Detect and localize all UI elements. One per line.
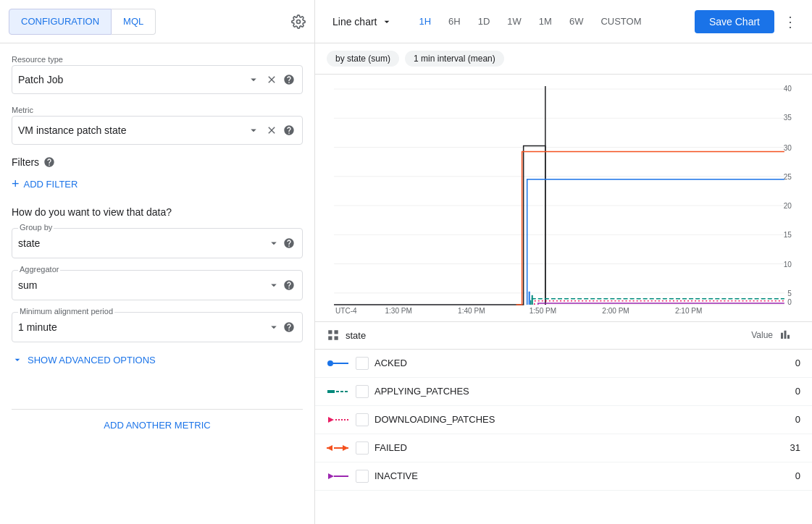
time-btn-6h[interactable]: 6H <box>440 12 469 31</box>
resource-type-field[interactable]: Patch Job <box>12 65 303 94</box>
resource-type-label: Resource type <box>12 55 303 64</box>
svg-text:1:30 PM: 1:30 PM <box>385 307 411 313</box>
metric-help[interactable] <box>282 123 296 138</box>
min-alignment-help[interactable] <box>282 320 296 334</box>
help-icon <box>283 124 295 136</box>
resource-type-dropdown[interactable] <box>246 72 261 88</box>
applying-patches-state-name: APPLYING_PATCHES <box>374 386 742 397</box>
group-by-dropdown[interactable] <box>266 235 282 251</box>
view-data-question: How do you want to view that data? <box>12 206 303 218</box>
settings-button[interactable] <box>291 14 306 29</box>
applying-patches-value: 0 <box>742 386 800 397</box>
left-configuration-panel: Resource type Patch Job Metric <box>0 43 315 524</box>
inactive-line-icon <box>327 472 350 481</box>
filter-chip-interval[interactable]: 1 min interval (mean) <box>405 51 504 67</box>
help-icon <box>283 279 295 291</box>
group-by-label: Group by <box>18 223 54 232</box>
svg-rect-30 <box>327 390 335 393</box>
chart-type-button[interactable]: Line chart <box>327 12 398 32</box>
aggregator-value: sum <box>18 279 266 291</box>
legend-row-inactive: INACTIVE 0 <box>315 462 812 491</box>
filters-label: Filters <box>12 156 39 168</box>
add-metric-button[interactable]: ADD ANOTHER METRIC <box>104 420 210 431</box>
save-chart-button[interactable]: Save Chart <box>695 10 774 33</box>
dropdown-icon <box>267 237 280 250</box>
metric-value: VM instance patch state <box>18 124 246 136</box>
dropdown-arrow-icon <box>381 16 393 28</box>
legend-value-col-label: Value <box>715 330 773 340</box>
tab-configuration[interactable]: CONFIGURATION <box>9 9 112 35</box>
add-filter-label: ADD FILTER <box>24 179 78 190</box>
downloading-patches-checkbox[interactable] <box>356 413 369 426</box>
svg-marker-37 <box>343 445 348 451</box>
svg-point-28 <box>327 360 333 366</box>
chevron-down-icon <box>12 354 23 365</box>
add-filter-button[interactable]: + ADD FILTER <box>12 177 78 192</box>
svg-text:2:10 PM: 2:10 PM <box>675 307 702 313</box>
show-advanced-button[interactable]: SHOW ADVANCED OPTIONS <box>12 354 156 365</box>
dropdown-icon <box>267 279 280 292</box>
acked-state-name: ACKED <box>374 358 742 368</box>
group-by-value: state <box>18 237 266 249</box>
legend-state-col-label: state <box>346 330 366 341</box>
filters-row: Filters <box>12 156 303 168</box>
svg-text:20: 20 <box>784 202 792 210</box>
applying-patches-checkbox[interactable] <box>356 385 369 398</box>
time-btn-1h[interactable]: 1H <box>410 12 440 31</box>
svg-text:10: 10 <box>784 261 792 269</box>
resource-type-help[interactable] <box>282 72 296 87</box>
more-options-button[interactable]: ⋮ <box>780 10 800 33</box>
dropdown-icon <box>247 73 260 86</box>
time-btn-1d[interactable]: 1D <box>469 12 499 31</box>
time-range-selector: 1H 6H 1D 1W 1M 6W CUSTOM <box>410 12 650 31</box>
svg-text:25: 25 <box>784 173 792 181</box>
acked-line-icon <box>327 359 350 368</box>
filter-chip-state[interactable]: by state (sum) <box>327 51 399 67</box>
failed-line-icon <box>327 444 350 452</box>
time-btn-6w[interactable]: 6W <box>561 12 593 31</box>
inactive-checkbox[interactable] <box>356 470 369 483</box>
downloading-patches-state-name: DOWNLOADING_PATCHES <box>374 414 742 425</box>
help-icon <box>283 237 295 249</box>
time-btn-1w[interactable]: 1W <box>498 12 530 31</box>
dropdown-icon <box>247 124 260 137</box>
applying-patches-line-icon <box>327 387 350 396</box>
failed-checkbox[interactable] <box>356 441 369 455</box>
clear-icon <box>266 74 277 85</box>
group-by-help[interactable] <box>282 236 296 250</box>
svg-text:UTC-4: UTC-4 <box>335 307 357 313</box>
help-icon <box>283 321 295 333</box>
resource-type-clear[interactable] <box>264 72 279 87</box>
grid-icon <box>327 329 340 342</box>
metric-clear[interactable] <box>264 123 279 138</box>
legend-row-acked: ACKED 0 <box>315 350 812 378</box>
metric-dropdown[interactable] <box>246 122 261 138</box>
legend-row-downloading-patches: DOWNLOADING_PATCHES 0 <box>315 406 812 434</box>
acked-checkbox[interactable] <box>356 357 369 370</box>
aggregator-label: Aggregator <box>18 265 60 274</box>
inactive-state-name: INACTIVE <box>374 470 742 481</box>
gear-icon <box>291 14 306 29</box>
failed-value: 31 <box>742 442 800 453</box>
min-alignment-label: Minimum alignment period <box>18 307 114 316</box>
metric-field[interactable]: VM instance patch state <box>12 116 303 145</box>
min-alignment-field: Minimum alignment period 1 minute <box>12 312 303 342</box>
svg-text:40: 40 <box>784 85 792 93</box>
min-alignment-dropdown[interactable] <box>266 319 282 335</box>
tab-mql[interactable]: MQL <box>112 9 156 35</box>
line-chart: 40 35 30 25 20 15 10 5 0 UT <box>327 80 800 313</box>
filters-help-icon[interactable] <box>43 156 55 168</box>
svg-text:2:00 PM: 2:00 PM <box>602 307 629 313</box>
right-chart-panel: by state (sum) 1 min interval (mean) 40 … <box>315 43 812 524</box>
svg-text:1:40 PM: 1:40 PM <box>458 307 485 313</box>
time-btn-custom[interactable]: CUSTOM <box>592 12 650 31</box>
aggregator-dropdown[interactable] <box>266 277 282 293</box>
aggregator-field: Aggregator sum <box>12 270 303 300</box>
chart-filters-bar: by state (sum) 1 min interval (mean) <box>315 43 812 75</box>
legend-header: state Value <box>315 322 812 350</box>
inactive-value: 0 <box>742 470 800 481</box>
help-icon <box>283 74 295 85</box>
clear-icon <box>266 124 277 136</box>
time-btn-1m[interactable]: 1M <box>530 12 561 31</box>
aggregator-help[interactable] <box>282 278 296 292</box>
